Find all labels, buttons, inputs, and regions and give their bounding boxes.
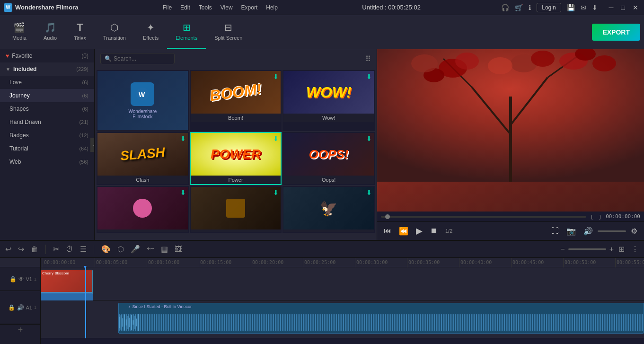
ruler-tick-9: 00:00:45:00 (511, 258, 563, 267)
timeline-scrubber[interactable] (381, 216, 586, 218)
stop-button[interactable]: ⏹ (427, 225, 441, 237)
toolbar-media[interactable]: 🎬 Media (4, 15, 35, 49)
screenshot-icon[interactable]: 📷 (564, 225, 579, 238)
volume-icon-a1[interactable]: 🔊 (17, 304, 24, 311)
speed-button[interactable]: ⏱ (64, 244, 75, 255)
search-box[interactable]: 🔍 (100, 53, 175, 64)
cut-button[interactable]: ✂ (52, 243, 61, 255)
element-row3c[interactable]: ⬇ 🦅 (282, 186, 375, 233)
color-icon[interactable]: 🎨 (100, 243, 112, 255)
toolbar-audio[interactable]: 🎵 Audio (35, 15, 65, 49)
minimize-button[interactable]: ─ (607, 4, 616, 11)
grid-options-icon[interactable]: ⠿ (365, 54, 371, 63)
settings-icon[interactable]: ⚙ (628, 225, 640, 238)
element-oops[interactable]: ⬇ OOPS! Oops! (282, 132, 375, 185)
headphones-icon[interactable]: 🎧 (501, 4, 509, 11)
sidebar-item-badges[interactable]: Badges (12) (0, 129, 94, 142)
zoom-out-button[interactable]: − (559, 244, 566, 255)
element-power[interactable]: ⬇ POWER Power (190, 132, 282, 185)
menu-edit[interactable]: Edit (176, 3, 194, 12)
element-clash[interactable]: ⬇ SLASH Clash (97, 132, 189, 185)
element-row3a[interactable]: ⬇ (97, 186, 189, 233)
close-button[interactable]: ✕ (631, 4, 640, 11)
frame-back-button[interactable]: ⏪ (396, 225, 411, 238)
svg-rect-22 (121, 315, 122, 330)
element-filmstock[interactable]: W WondershareFilmstock More Effects (97, 70, 189, 131)
redo-button[interactable]: ↪ (17, 243, 26, 255)
playhead[interactable] (85, 267, 86, 338)
toolbar-splitscreen[interactable]: ⊟ Split Screen (206, 15, 251, 49)
maximize-button[interactable]: □ (619, 4, 627, 11)
menu-tools[interactable]: Tools (195, 3, 216, 12)
scrubber-knob[interactable] (385, 214, 390, 219)
crop-icon[interactable]: ⬡ (116, 243, 125, 255)
toolbar-elements[interactable]: ⊞ Elements (167, 15, 206, 49)
toolbar-transition[interactable]: ⬡ Transition (95, 15, 134, 49)
app-name: Wondershare Filmora (15, 4, 78, 11)
audio-icon: 🎵 (44, 22, 56, 33)
menu-view[interactable]: View (217, 3, 237, 12)
download-icon-clash: ⬇ (180, 135, 186, 142)
delete-button[interactable]: 🗑 (29, 244, 40, 255)
mosaic-icon[interactable]: ▦ (159, 243, 169, 255)
save-icon[interactable]: 💾 (567, 4, 575, 11)
image-icon[interactable]: 🖼 (173, 244, 184, 255)
row3b-thumb: ⬇ (191, 187, 281, 229)
menu-file[interactable]: File (159, 3, 176, 12)
toolbar-titles[interactable]: T Titles (65, 15, 95, 49)
lock-icon-v1[interactable]: 🔒 (9, 276, 17, 282)
export-button[interactable]: EXPORT (592, 24, 640, 41)
shapes-label: Shapes (9, 106, 29, 112)
toolbar-effects[interactable]: ✦ Effects (134, 15, 167, 49)
timeline-scroll-area[interactable]: 00:00:00:00 00:00:05:00 00:00:10:00 00:0… (41, 258, 644, 344)
sidebar-group-included[interactable]: ▼ Included (229) (0, 62, 94, 76)
play-button[interactable]: ▶ (413, 224, 425, 238)
cart-icon[interactable]: 🛒 (515, 4, 523, 11)
subtitle-icon[interactable]: ⬳ (145, 244, 156, 255)
svg-point-15 (488, 57, 512, 74)
element-row3b[interactable]: ⬇ (190, 186, 282, 233)
login-button[interactable]: Login (537, 3, 561, 12)
lock-icon-a1[interactable]: 🔒 (8, 304, 15, 311)
svg-rect-19 (119, 312, 644, 333)
skip-back-button[interactable]: ⏮ (381, 225, 394, 237)
zoom-slider[interactable] (568, 248, 606, 250)
separator-1 (45, 245, 46, 254)
element-boom[interactable]: ⬇ BOOM! Boom! (190, 70, 282, 131)
fullscreen-icon[interactable]: ⛶ (548, 225, 562, 237)
audio-detach-button[interactable]: ☰ (79, 243, 88, 255)
menu-export[interactable]: Export (238, 3, 262, 12)
sidebar-item-shapes[interactable]: Shapes (6) (0, 102, 94, 115)
zoom-in-button[interactable]: + (608, 244, 615, 255)
sidebar-item-handdrawn[interactable]: Hand Drawn (21) (0, 115, 94, 129)
timeline-settings-icon[interactable]: ⋮ (630, 243, 640, 255)
volume-icon[interactable]: 🔊 (581, 225, 596, 238)
sidebar-item-journey[interactable]: Journey (6) (0, 89, 94, 102)
timeline: ↩ ↪ 🗑 ✂ ⏱ ☰ 🎨 ⬡ 🎤 ⬳ ▦ 🖼 − + ⊞ ⋮ 🔒 👁 V1 1 (0, 240, 644, 344)
sidebar-item-tutorial[interactable]: Tutorial (64) (0, 142, 94, 155)
sidebar-item-web[interactable]: Web (56) (0, 155, 94, 168)
audio-icon[interactable]: 🎤 (129, 243, 141, 255)
sidebar-item-love[interactable]: Love (6) (0, 76, 94, 89)
info-icon[interactable]: ℹ (529, 4, 531, 11)
love-label: Love (9, 79, 22, 86)
mail-icon[interactable]: ✉ (581, 4, 586, 11)
undo-button[interactable]: ↩ (4, 243, 13, 255)
media-icon: 🎬 (13, 22, 25, 33)
download-icon[interactable]: ⬇ (592, 4, 598, 11)
preview-image (377, 49, 644, 182)
shapes-count: (6) (82, 106, 88, 112)
add-track-button[interactable]: + (0, 324, 41, 335)
download-icon-boom: ⬇ (273, 73, 279, 80)
menu-help[interactable]: Help (262, 3, 282, 12)
volume-slider[interactable] (598, 230, 626, 232)
eye-icon-v1[interactable]: 👁 (18, 276, 24, 282)
search-input[interactable] (114, 55, 170, 62)
audio-clip[interactable]: ♪ Since I Started - Roll In Vinocor (118, 303, 644, 334)
fit-button[interactable]: ⊞ (617, 243, 626, 255)
element-wow[interactable]: ⬇ WOW! Wow! (282, 70, 375, 131)
sidebar-favorite[interactable]: ♥ Favorite (0) (0, 49, 94, 62)
sidebar-collapse-arrow[interactable]: ◀ (90, 138, 95, 152)
svg-rect-23 (122, 318, 123, 327)
page-indicator: 1/2 (445, 228, 452, 234)
